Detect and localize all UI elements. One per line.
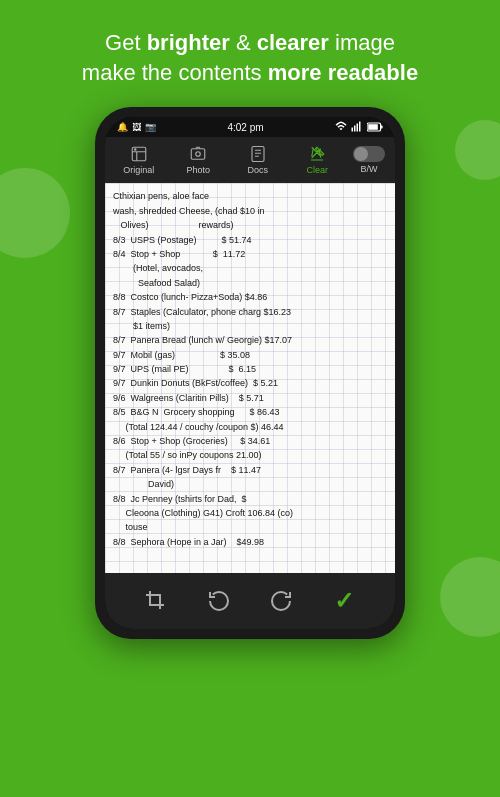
status-left-icons: 🔔 🖼 📷	[117, 122, 156, 132]
svg-point-10	[196, 152, 201, 157]
image-icon: 🖼	[132, 122, 141, 132]
note-line: 8/7 Panera Bread (lunch w/ Georgie) $17.…	[113, 333, 387, 347]
status-time: 4:02 pm	[227, 122, 263, 133]
svg-point-8	[134, 149, 136, 151]
note-line: Olives) rewards)	[113, 218, 387, 232]
note-line: (Total 55 / so inPy coupons 21.00)	[113, 448, 387, 462]
wifi-icon	[335, 121, 347, 133]
camera-icon: 📷	[145, 122, 156, 132]
note-line: 8/3 USPS (Postage) $ 51.74	[113, 233, 387, 247]
document-area: Cthixian pens, aloe facewash, shredded C…	[105, 183, 395, 573]
note-line: touse	[113, 520, 387, 534]
note-line: 9/7 UPS (mail PE) $ 6.15	[113, 362, 387, 376]
rotate-left-button[interactable]	[201, 583, 237, 619]
clear-icon	[306, 145, 328, 163]
toolbar-clear-btn[interactable]: Clear	[288, 143, 348, 177]
status-right-icons	[335, 121, 383, 133]
phone-screen: 🔔 🖼 📷 4:02 pm Original	[105, 117, 395, 629]
header-line1-and: &	[230, 30, 257, 55]
header-text: Get brighter & clearer image make the co…	[0, 0, 500, 107]
signal-icon	[351, 121, 363, 133]
toolbar-docs-btn[interactable]: Docs	[228, 143, 288, 177]
header-line2-make: make the contents	[82, 60, 268, 85]
note-line: 9/6 Walgreens (Claritin Pills) $ 5.71	[113, 391, 387, 405]
note-line: 8/5 B&G N Grocery shopping $ 86.43	[113, 405, 387, 419]
note-line: Seafood Salad)	[113, 276, 387, 290]
rotate-right-button[interactable]	[263, 583, 299, 619]
note-line: 8/6 Stop + Shop (Groceries) $ 34.61	[113, 434, 387, 448]
svg-rect-5	[368, 125, 378, 131]
note-line: Cleoona (Clothing) G41) Croft 106.84 (co…	[113, 506, 387, 520]
svg-rect-0	[351, 128, 353, 132]
svg-rect-11	[252, 147, 264, 162]
toolbar-original-btn[interactable]: Original	[109, 143, 169, 177]
bw-toggle[interactable]: B/W	[347, 144, 391, 176]
original-icon	[128, 145, 150, 163]
note-line: 8/4 Stop + Shop $ 11.72	[113, 247, 387, 261]
header-line1-image: image	[329, 30, 395, 55]
svg-rect-6	[381, 126, 383, 129]
note-line: 8/7 Staples (Calculator, phone charg $16…	[113, 305, 387, 319]
grid-paper: Cthixian pens, aloe facewash, shredded C…	[105, 183, 395, 573]
svg-rect-3	[359, 122, 361, 132]
header-line1-brighter: brighter	[147, 30, 230, 55]
confirm-button[interactable]: ✓	[326, 583, 362, 619]
toolbar-photo-btn[interactable]: Photo	[169, 143, 229, 177]
docs-icon	[247, 145, 269, 163]
battery-icon	[367, 122, 383, 132]
note-line: $1 items)	[113, 319, 387, 333]
header-line1-get: Get	[105, 30, 147, 55]
notification-icon: 🔔	[117, 122, 128, 132]
note-line: 8/8 Costco (lunch- Pizza+Soda) $4.86	[113, 290, 387, 304]
note-line: David)	[113, 477, 387, 491]
status-bar: 🔔 🖼 📷 4:02 pm	[105, 117, 395, 137]
note-line: 9/7 Dunkin Donuts (BkFst/coffee) $ 5.21	[113, 376, 387, 390]
toggle-knob	[354, 147, 368, 161]
note-line: 8/8 Sephora (Hope in a Jar) $49.98	[113, 535, 387, 549]
note-line: Cthixian pens, aloe face	[113, 189, 387, 203]
note-line: wash, shredded Cheese, (chad $10 in	[113, 204, 387, 218]
header-line1-clearer: clearer	[257, 30, 329, 55]
note-line: (Total 124.44 / couchy /coupon $) 46.44	[113, 420, 387, 434]
bw-switch[interactable]	[353, 146, 385, 162]
svg-rect-1	[354, 126, 356, 132]
photo-icon	[187, 145, 209, 163]
app-toolbar: Original Photo Docs	[105, 137, 395, 183]
svg-rect-2	[356, 124, 358, 132]
phone-container: 🔔 🖼 📷 4:02 pm Original	[0, 107, 500, 639]
note-line: 8/8 Jc Penney (tshirts for Dad, $	[113, 492, 387, 506]
crop-button[interactable]	[138, 583, 174, 619]
phone-mockup: 🔔 🖼 📷 4:02 pm Original	[95, 107, 405, 639]
header-line2-readable: more readable	[268, 60, 418, 85]
note-line: 9/7 Mobil (gas) $ 35.08	[113, 348, 387, 362]
note-line: 8/7 Panera (4- lgsr Days fr $ 11.47	[113, 463, 387, 477]
note-line: (Hotel, avocados,	[113, 261, 387, 275]
svg-rect-9	[192, 149, 206, 160]
bottom-bar: ✓	[105, 573, 395, 629]
